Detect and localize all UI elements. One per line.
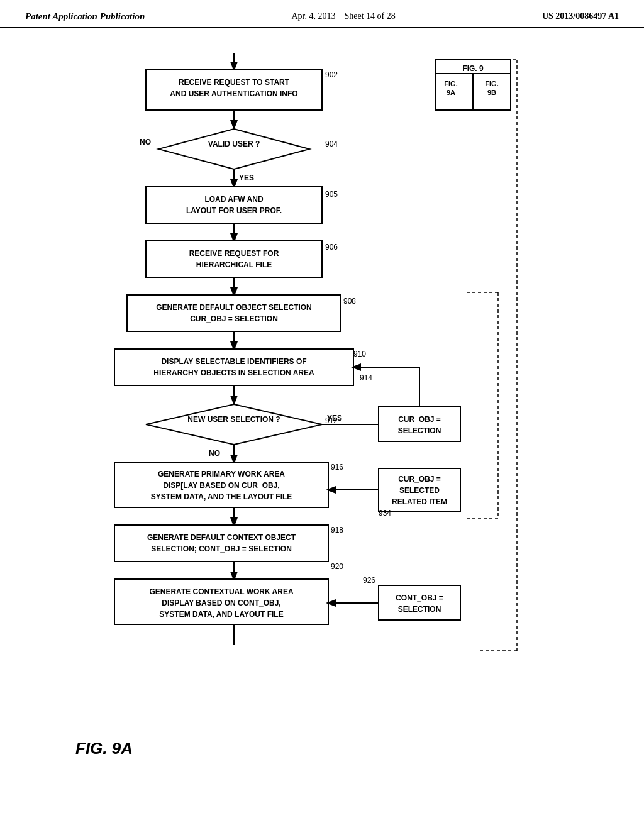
svg-text:NO: NO <box>140 138 151 147</box>
svg-text:HIERARCHICAL FILE: HIERARCHICAL FILE <box>196 260 272 269</box>
svg-text:916: 916 <box>331 463 343 472</box>
svg-text:HIERARCHY OBJECTS IN SELECTION: HIERARCHY OBJECTS IN SELECTION AREA <box>153 368 314 377</box>
svg-text:YES: YES <box>327 414 342 423</box>
svg-marker-41 <box>146 404 322 445</box>
svg-rect-76 <box>379 585 460 620</box>
svg-text:SELECTED: SELECTED <box>399 486 440 495</box>
svg-rect-35 <box>114 349 353 385</box>
svg-text:SELECTION;  CONT_OBJ = SELECTI: SELECTION; CONT_OBJ = SELECTION <box>151 545 292 553</box>
svg-text:CUR_OBJ =: CUR_OBJ = <box>398 415 441 424</box>
svg-text:SELECTION: SELECTION <box>398 605 441 614</box>
svg-text:DISP[LAY BASED ON CUR_OBJ,: DISP[LAY BASED ON CUR_OBJ, <box>163 481 279 490</box>
svg-text:904: 904 <box>325 140 338 148</box>
svg-text:CUR_OBJ = SELECTION: CUR_OBJ = SELECTION <box>190 314 278 323</box>
svg-text:CUR_OBJ =: CUR_OBJ = <box>398 475 441 484</box>
svg-rect-30 <box>127 295 341 331</box>
svg-text:914: 914 <box>360 374 372 382</box>
svg-text:934: 934 <box>379 509 391 517</box>
svg-text:GENERATE DEFAULT CONTEXT OBJEC: GENERATE DEFAULT CONTEXT OBJECT <box>147 533 296 542</box>
svg-marker-14 <box>158 129 309 169</box>
svg-text:GENERATE DEFAULT OBJECT SELECT: GENERATE DEFAULT OBJECT SELECTION <box>156 303 312 312</box>
svg-rect-46 <box>379 407 460 441</box>
svg-text:VALID USER ?: VALID USER ? <box>208 140 260 148</box>
svg-text:LAYOUT FOR USER PROF.: LAYOUT FOR USER PROF. <box>186 206 282 215</box>
svg-text:RECEIVE REQUEST FOR: RECEIVE REQUEST FOR <box>189 249 279 258</box>
svg-text:9A: 9A <box>447 89 455 96</box>
svg-text:CONT_OBJ =: CONT_OBJ = <box>396 594 443 602</box>
svg-rect-64 <box>114 525 328 562</box>
svg-text:NEW USER SELECTION ?: NEW USER SELECTION ? <box>187 415 280 424</box>
svg-text:FIG.: FIG. <box>444 80 457 87</box>
svg-text:RECEIVE REQUEST TO START: RECEIVE REQUEST TO START <box>179 78 290 87</box>
figure-label: FIG. 9A <box>75 739 606 758</box>
svg-text:AND USER AUTHENTICATION INFO: AND USER AUTHENTICATION INFO <box>170 89 297 98</box>
svg-text:918: 918 <box>331 526 343 534</box>
svg-text:9B: 9B <box>487 89 496 96</box>
svg-text:RELATED ITEM: RELATED ITEM <box>392 497 447 506</box>
svg-text:902: 902 <box>325 70 338 79</box>
patent-number: US 2013/0086497 A1 <box>542 11 619 21</box>
main-content: FIG. 9 FIG. 9A FIG. 9B RECEIVE REQUEST T… <box>0 28 644 777</box>
publication-label: Patent Application Publication <box>25 11 145 22</box>
svg-text:926: 926 <box>363 576 375 585</box>
svg-text:GENERATE PRIMARY WORK AREA: GENERATE PRIMARY WORK AREA <box>158 470 285 479</box>
svg-text:SYSTEM DATA, AND LAYOUT FILE: SYSTEM DATA, AND LAYOUT FILE <box>159 610 283 619</box>
flowchart-diagram: FIG. 9 FIG. 9A FIG. 9B RECEIVE REQUEST T… <box>39 47 605 726</box>
svg-text:908: 908 <box>343 297 356 306</box>
svg-text:FIG.: FIG. <box>485 80 498 87</box>
date-sheet-info: Apr. 4, 2013 Sheet 14 of 28 <box>291 11 395 21</box>
svg-text:DISPLAY BASED ON CONT_OBJ,: DISPLAY BASED ON CONT_OBJ, <box>162 599 280 607</box>
svg-text:SYSTEM DATA, AND THE LAYOUT FI: SYSTEM DATA, AND THE LAYOUT FILE <box>151 492 292 501</box>
svg-text:GENERATE CONTEXTUAL WORK AREA: GENERATE CONTEXTUAL WORK AREA <box>149 587 293 596</box>
svg-text:DISPLAY SELECTABLE IDENTIFIERS: DISPLAY SELECTABLE IDENTIFIERS OF <box>161 357 306 366</box>
svg-text:920: 920 <box>331 562 343 571</box>
svg-rect-25 <box>146 241 322 277</box>
svg-rect-20 <box>146 187 322 223</box>
svg-text:906: 906 <box>325 243 338 252</box>
svg-text:LOAD AFW AND: LOAD AFW AND <box>204 195 263 204</box>
svg-text:SELECTION: SELECTION <box>398 426 441 435</box>
svg-text:910: 910 <box>353 350 366 358</box>
svg-text:YES: YES <box>239 174 254 182</box>
svg-text:905: 905 <box>325 190 338 199</box>
svg-text:FIG. 9: FIG. 9 <box>462 64 484 73</box>
svg-text:NO: NO <box>209 449 220 458</box>
page-header: Patent Application Publication Apr. 4, 2… <box>0 0 644 28</box>
sheet-info: Sheet 14 of 28 <box>344 11 395 21</box>
publication-date: Apr. 4, 2013 <box>291 11 335 21</box>
